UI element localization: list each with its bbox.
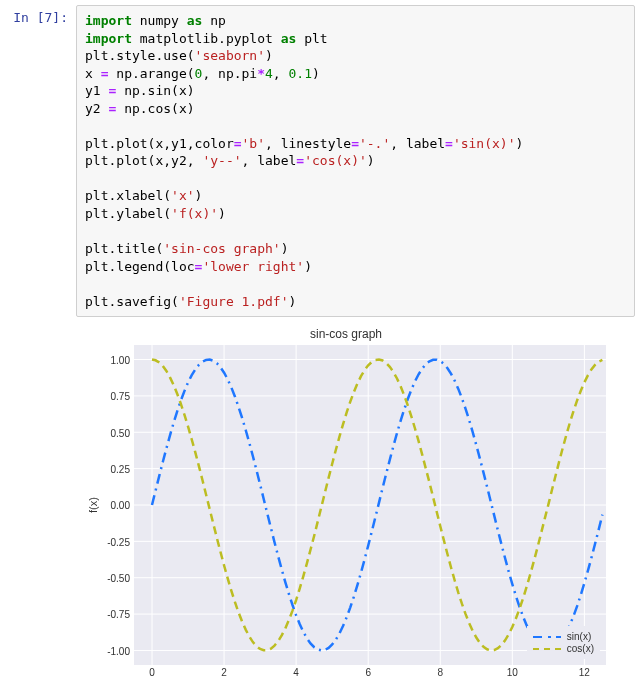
input-prompt: In [7]:	[0, 5, 76, 25]
legend-item-cos: cos(x)	[533, 643, 594, 654]
legend-item-sin: sin(x)	[533, 631, 594, 642]
y-axis-ticks: -1.00-0.75-0.50-0.250.000.250.500.751.00	[100, 345, 134, 665]
code-cell: In [7]: import numpy as np import matplo…	[0, 0, 641, 317]
code-input[interactable]: import numpy as np import matplotlib.pyp…	[76, 5, 635, 317]
legend: sin(x) cos(x)	[527, 626, 600, 659]
legend-swatch-sin	[533, 636, 561, 638]
chart: sin-cos graph f(x) -1.00-0.75-0.50-0.250…	[86, 327, 606, 680]
output-area: sin-cos graph f(x) -1.00-0.75-0.50-0.250…	[76, 317, 641, 680]
x-axis-ticks: 024681012	[134, 665, 606, 679]
chart-title: sin-cos graph	[86, 327, 606, 341]
y-axis-label: f(x)	[86, 345, 100, 665]
plot-area: sin(x) cos(x)	[134, 345, 606, 665]
legend-swatch-cos	[533, 648, 561, 650]
